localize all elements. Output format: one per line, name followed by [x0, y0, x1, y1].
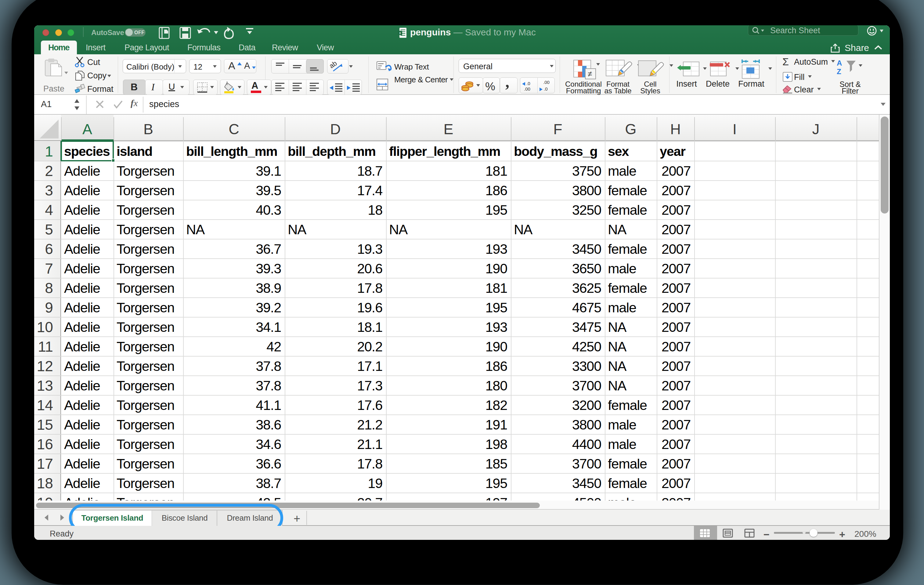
svg-text:A: A [837, 59, 842, 67]
svg-text:x: x [399, 31, 401, 35]
svg-text:≠: ≠ [588, 69, 592, 78]
svg-text:Z: Z [837, 68, 841, 76]
